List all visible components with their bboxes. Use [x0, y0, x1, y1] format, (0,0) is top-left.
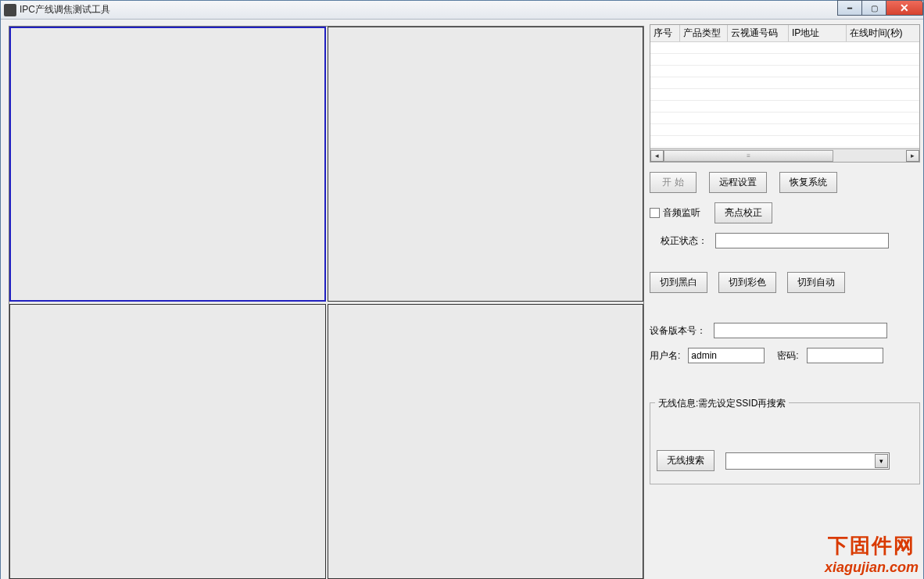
scroll-right-icon[interactable]: ▸	[906, 150, 919, 162]
wifi-fieldset: 无线信息:需先设定SSID再搜索 无线搜索 ▾	[650, 402, 920, 484]
video-cell-2[interactable]	[328, 27, 643, 302]
col-cloud-id[interactable]: 云视通号码	[728, 25, 789, 41]
scroll-left-icon[interactable]: ◂	[650, 150, 664, 162]
switch-bw-button[interactable]: 切到黑白	[650, 272, 707, 293]
bright-calib-button[interactable]: 亮点校正	[714, 202, 772, 223]
table-row	[650, 77, 919, 89]
scroll-thumb[interactable]: ≡	[664, 150, 833, 162]
watermark-title: 下固件网	[825, 532, 919, 559]
right-panel: 序号 产品类型 云视通号码 IP地址 在线时间(秒)	[650, 24, 920, 484]
dropdown-icon[interactable]: ▾	[875, 454, 888, 468]
window-title: IPC产线调焦测试工具	[20, 3, 110, 16]
col-online-time[interactable]: 在线时间(秒)	[847, 25, 919, 41]
video-cell-4[interactable]	[328, 304, 643, 579]
table-row	[650, 54, 919, 66]
restore-system-button[interactable]: 恢复系统	[779, 172, 837, 193]
table-row	[650, 42, 919, 54]
maximize-button[interactable]: ▢	[861, 0, 886, 16]
device-table[interactable]: 序号 产品类型 云视通号码 IP地址 在线时间(秒)	[650, 24, 920, 149]
col-product-type[interactable]: 产品类型	[680, 25, 729, 41]
switch-color-button[interactable]: 切到彩色	[718, 272, 776, 293]
watermark: 下固件网 xiagujian.com	[825, 532, 919, 576]
audio-monitor-checkbox[interactable]: 音频监听	[650, 206, 700, 220]
table-hscrollbar[interactable]: ◂ ≡ ▸	[650, 149, 920, 163]
password-label: 密码:	[777, 349, 798, 363]
checkbox-box	[650, 208, 660, 218]
audio-monitor-label: 音频监听	[663, 206, 700, 220]
table-row	[650, 136, 919, 148]
table-row	[650, 66, 919, 77]
table-body	[650, 42, 919, 148]
table-row	[650, 124, 919, 136]
table-header: 序号 产品类型 云视通号码 IP地址 在线时间(秒)	[650, 25, 919, 42]
username-label: 用户名:	[650, 349, 680, 363]
col-index[interactable]: 序号	[650, 25, 680, 41]
client-area: 序号 产品类型 云视通号码 IP地址 在线时间(秒)	[1, 20, 923, 579]
calib-status-field[interactable]	[715, 233, 889, 248]
start-button[interactable]: 开 始	[650, 172, 697, 193]
calib-status-label: 校正状态：	[661, 234, 707, 248]
scroll-track[interactable]: ≡	[664, 150, 906, 162]
video-grid	[9, 26, 644, 579]
wifi-search-button[interactable]: 无线搜索	[657, 450, 714, 471]
video-cell-1[interactable]	[9, 27, 326, 302]
titlebar: IPC产线调焦测试工具 ━ ▢ ✕	[1, 1, 923, 20]
switch-auto-button[interactable]: 切到自动	[787, 272, 845, 293]
device-version-field[interactable]	[714, 323, 887, 338]
password-field[interactable]	[807, 348, 883, 363]
username-field[interactable]	[688, 348, 765, 363]
table-row	[650, 89, 919, 101]
window-controls: ━ ▢ ✕	[838, 0, 923, 16]
table-row	[650, 101, 919, 113]
col-ip[interactable]: IP地址	[789, 25, 847, 41]
remote-setting-button[interactable]: 远程设置	[709, 172, 767, 193]
video-cell-3[interactable]	[9, 304, 326, 579]
app-icon	[4, 4, 16, 16]
device-version-label: 设备版本号：	[650, 324, 706, 338]
minimize-button[interactable]: ━	[837, 0, 862, 16]
watermark-url: xiagujian.com	[825, 559, 919, 576]
wifi-legend: 无线信息:需先设定SSID再搜索	[655, 397, 789, 410]
table-row	[650, 113, 919, 124]
close-button[interactable]: ✕	[886, 0, 923, 16]
wifi-select[interactable]: ▾	[725, 452, 890, 470]
main-window: IPC产线调焦测试工具 ━ ▢ ✕ 序号 产品类型 云视通号码 IP地址 在线时…	[0, 0, 924, 579]
